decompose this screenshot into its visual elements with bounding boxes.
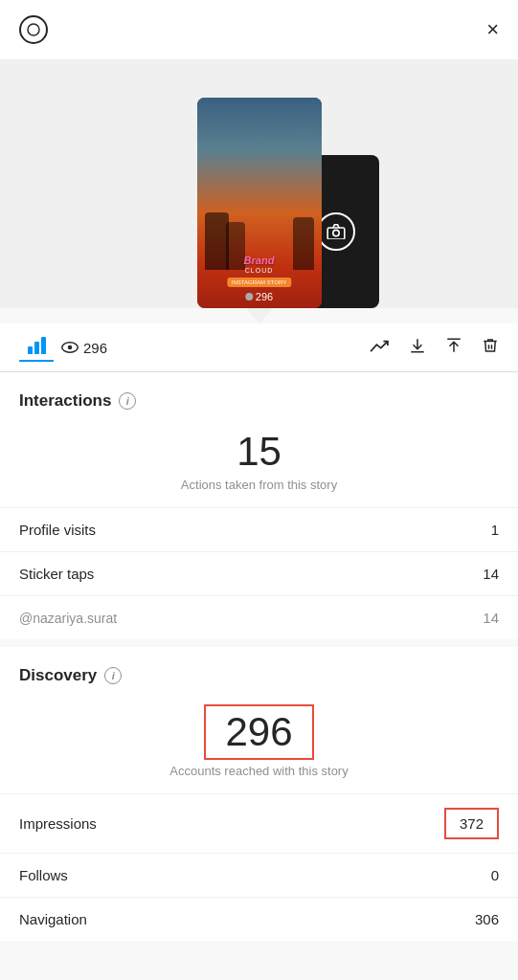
discovery-info-icon[interactable]: i bbox=[104, 667, 122, 684]
delete-icon[interactable] bbox=[482, 336, 499, 360]
content: Interactions i 15 Actions taken from thi… bbox=[0, 372, 518, 941]
discovery-big-number-sub: Accounts reached with this story bbox=[19, 764, 499, 778]
story-views: 296 bbox=[245, 291, 273, 302]
stat-row-handle: @nazariya.surat 14 bbox=[0, 595, 518, 639]
download-icon[interactable] bbox=[409, 336, 426, 360]
svg-point-0 bbox=[28, 24, 39, 35]
impressions-label: Impressions bbox=[19, 815, 97, 832]
navigation-label: Navigation bbox=[19, 911, 87, 927]
interactions-big-number-sub: Actions taken from this story bbox=[19, 478, 499, 492]
discovery-big-number: 296 bbox=[204, 704, 313, 760]
interactions-header: Interactions i bbox=[0, 372, 518, 422]
interactions-big-number-block: 15 Actions taken from this story bbox=[0, 422, 518, 507]
trend-icon[interactable] bbox=[369, 338, 390, 358]
svg-point-2 bbox=[332, 230, 338, 235]
navigation-value: 306 bbox=[475, 911, 499, 927]
handle-label: @nazariya.surat bbox=[19, 611, 117, 626]
interactions-big-number: 15 bbox=[19, 430, 499, 474]
settings-icon[interactable] bbox=[19, 15, 48, 44]
sticker-taps-value: 14 bbox=[483, 566, 499, 582]
toolbar: 296 bbox=[0, 323, 518, 372]
stat-row-impressions: Impressions 372 bbox=[0, 793, 518, 853]
discovery-title: Discovery bbox=[19, 666, 97, 685]
interactions-title: Interactions bbox=[19, 391, 111, 411]
discovery-big-number-block: 296 Accounts reached with this story bbox=[0, 697, 518, 793]
stat-row-profile-visits: Profile visits 1 bbox=[0, 507, 518, 551]
impressions-value: 372 bbox=[444, 808, 499, 839]
stat-row-sticker-taps: Sticker taps 14 bbox=[0, 551, 518, 595]
story-card-main: Brand Cloud INSTAGRAM STORY 296 bbox=[197, 98, 322, 308]
stat-row-follows: Follows 0 bbox=[0, 853, 518, 897]
story-tag: INSTAGRAM STORY bbox=[227, 278, 291, 287]
follows-label: Follows bbox=[19, 867, 68, 883]
share-icon[interactable] bbox=[445, 336, 462, 360]
toolbar-left: 296 bbox=[19, 333, 369, 362]
section-divider bbox=[0, 639, 518, 647]
toolbar-right bbox=[369, 336, 499, 360]
sticker-taps-label: Sticker taps bbox=[19, 566, 94, 582]
story-brand-text: Brand Cloud bbox=[244, 255, 275, 274]
svg-point-4 bbox=[68, 345, 73, 350]
close-button[interactable]: × bbox=[486, 19, 499, 40]
stat-row-navigation: Navigation 306 bbox=[0, 897, 518, 941]
toolbar-views: 296 bbox=[61, 340, 107, 356]
discovery-header: Discovery i bbox=[0, 647, 518, 697]
interactions-info-icon[interactable]: i bbox=[119, 392, 136, 410]
camera-icon bbox=[317, 212, 355, 251]
story-preview: Brand Cloud INSTAGRAM STORY 296 bbox=[0, 59, 518, 308]
profile-visits-label: Profile visits bbox=[19, 522, 96, 538]
top-bar: × bbox=[0, 0, 518, 59]
bar-chart-icon[interactable] bbox=[28, 333, 46, 354]
profile-visits-value: 1 bbox=[491, 522, 499, 538]
handle-value: 14 bbox=[483, 610, 499, 626]
follows-value: 0 bbox=[491, 867, 499, 883]
pointer-triangle bbox=[246, 308, 273, 323]
